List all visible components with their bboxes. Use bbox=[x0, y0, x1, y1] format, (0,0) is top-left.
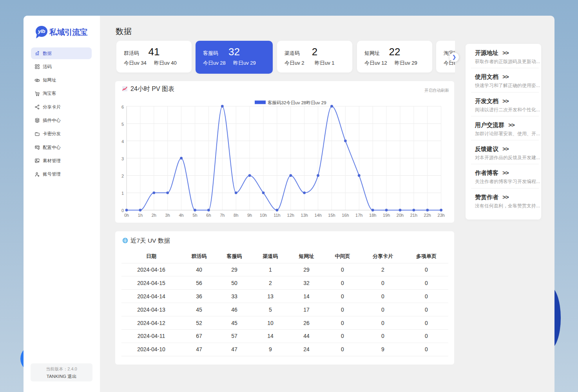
svg-text:10h: 10h bbox=[260, 213, 267, 218]
svg-text:23h: 23h bbox=[438, 213, 445, 218]
svg-text:0: 0 bbox=[121, 208, 124, 213]
svg-text:18h: 18h bbox=[369, 213, 376, 218]
svg-text:9h: 9h bbox=[247, 213, 252, 218]
svg-text:2: 2 bbox=[121, 174, 124, 178]
svg-text:4h: 4h bbox=[179, 213, 183, 218]
svg-text:3: 3 bbox=[121, 156, 124, 161]
svg-text:17h: 17h bbox=[355, 213, 362, 218]
svg-text:6h: 6h bbox=[206, 213, 211, 218]
svg-text:2h: 2h bbox=[152, 213, 156, 218]
svg-text:15h: 15h bbox=[328, 213, 335, 218]
svg-text:14h: 14h bbox=[314, 213, 321, 218]
svg-text:20h: 20h bbox=[397, 213, 404, 218]
svg-text:1h: 1h bbox=[138, 213, 143, 218]
svg-text:22h: 22h bbox=[424, 213, 431, 218]
svg-text:12h: 12h bbox=[287, 213, 294, 218]
svg-text:5h: 5h bbox=[192, 213, 197, 218]
svg-text:13h: 13h bbox=[301, 213, 308, 218]
svg-text:19h: 19h bbox=[383, 213, 390, 218]
svg-text:11h: 11h bbox=[274, 213, 281, 218]
svg-text:5: 5 bbox=[121, 122, 124, 127]
svg-text:6: 6 bbox=[121, 105, 124, 109]
svg-text:1: 1 bbox=[121, 191, 124, 196]
svg-text:8h: 8h bbox=[234, 213, 238, 218]
svg-text:客服码32今日uv 28昨日uv 29: 客服码32今日uv 28昨日uv 29 bbox=[268, 100, 326, 105]
svg-text:4: 4 bbox=[121, 139, 124, 144]
svg-text:16h: 16h bbox=[342, 213, 349, 218]
svg-text:3h: 3h bbox=[165, 213, 170, 218]
svg-text:0h: 0h bbox=[124, 213, 129, 218]
svg-text:7h: 7h bbox=[220, 213, 225, 218]
svg-text:21h: 21h bbox=[410, 213, 417, 218]
